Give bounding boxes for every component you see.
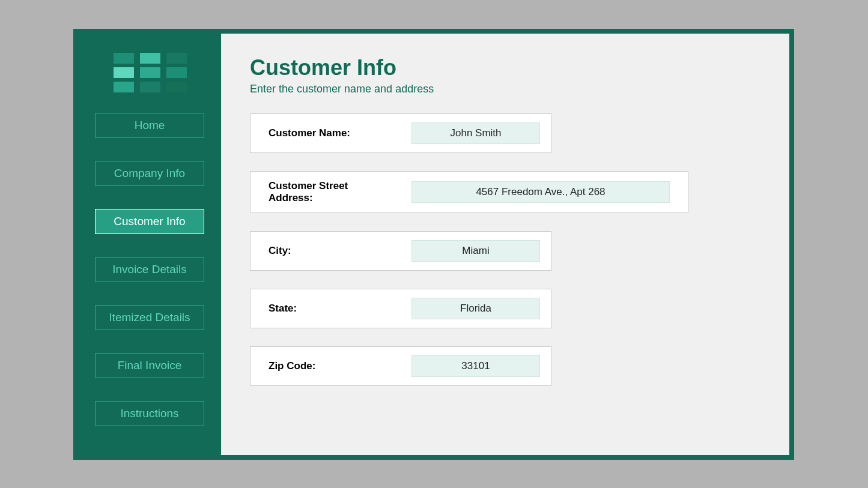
sidebar-item-instructions[interactable]: Instructions: [95, 401, 204, 426]
input-customer-name[interactable]: [411, 122, 540, 144]
field-customer-name: Customer Name:: [250, 113, 551, 153]
sidebar-item-itemized-details[interactable]: Itemized Details: [95, 305, 204, 330]
label-customer-name: Customer Name:: [269, 127, 395, 139]
logo-grid-icon: [114, 53, 186, 92]
sidebar-item-customer-info[interactable]: Customer Info: [95, 209, 204, 234]
input-zip-code[interactable]: [411, 355, 540, 377]
label-customer-street-address: Customer Street Address:: [269, 180, 395, 204]
sidebar: Home Company Info Customer Info Invoice …: [78, 34, 221, 455]
input-customer-street-address[interactable]: [411, 181, 670, 203]
sidebar-item-home[interactable]: Home: [95, 113, 204, 138]
field-zip-code: Zip Code:: [250, 346, 551, 386]
page-subtitle: Enter the customer name and address: [250, 83, 760, 95]
page-title: Customer Info: [250, 55, 760, 80]
sidebar-item-company-info[interactable]: Company Info: [95, 161, 204, 186]
sidebar-nav: Home Company Info Customer Info Invoice …: [95, 113, 204, 426]
input-city[interactable]: [411, 240, 540, 262]
form-rows: Customer Name: Customer Street Address: …: [250, 113, 760, 386]
field-city: City:: [250, 231, 551, 271]
main-content: Customer Info Enter the customer name an…: [221, 34, 789, 455]
label-zip-code: Zip Code:: [269, 360, 395, 372]
label-state: State:: [269, 303, 395, 315]
input-state[interactable]: [411, 298, 540, 319]
label-city: City:: [269, 245, 395, 257]
sidebar-item-invoice-details[interactable]: Invoice Details: [95, 257, 204, 282]
field-state: State:: [250, 289, 551, 328]
app-window: Home Company Info Customer Info Invoice …: [73, 29, 794, 460]
field-customer-street-address: Customer Street Address:: [250, 171, 688, 213]
sidebar-item-final-invoice[interactable]: Final Invoice: [95, 353, 204, 378]
